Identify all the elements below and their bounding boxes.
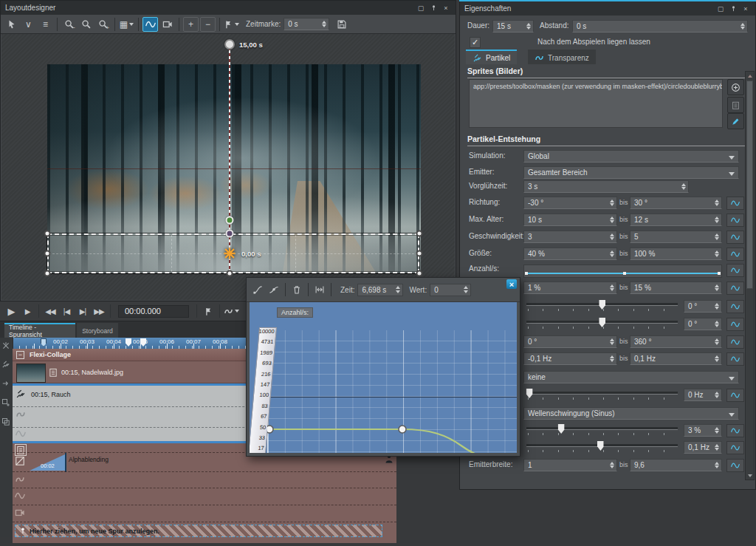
curve-mode-button[interactable] (142, 17, 158, 32)
max-alter-from-input[interactable]: 10 s (523, 214, 617, 226)
props-close-button[interactable]: × (740, 4, 751, 13)
remove-object-button[interactable]: − (200, 17, 216, 32)
geschwindigkeit-curve-button[interactable] (726, 231, 744, 244)
effect-lanes[interactable]: 00:02 Alphablending Hierher ziehen, um n… (13, 443, 396, 543)
tab-timeline-spuransicht[interactable]: Timeline - Spuransicht (4, 323, 75, 338)
zeit-input[interactable]: 6,698 s (357, 284, 403, 296)
geschwindigkeit-from-input[interactable]: 3 (523, 231, 617, 243)
next-frame-button[interactable]: ▶| (75, 304, 90, 318)
preview-canvas[interactable]: 15,00 s 0,00 s (1, 34, 455, 300)
richtung-to-input[interactable]: 30 ° (630, 197, 722, 209)
transition-icon[interactable] (48, 367, 58, 381)
lane-curve-icon[interactable] (15, 491, 25, 504)
properties-scrollbar[interactable] (745, 71, 755, 480)
tab-partikel[interactable]: Partikel (466, 50, 517, 64)
skip-forward-button[interactable]: ▶▶ (92, 304, 106, 318)
scroll-up-arrow[interactable] (746, 72, 753, 79)
geschwindigkeit-to-input[interactable]: 5 (630, 231, 722, 243)
wellen-freq-input[interactable]: 0,1 Hz (684, 441, 722, 454)
layoutdesigner-titlebar[interactable]: Layoutdesigner ▢ × (1, 1, 456, 15)
curve-canvas[interactable]: 100004731198969321614710083675033170 Anz… (250, 302, 517, 453)
groesse-curve-button[interactable] (726, 248, 744, 261)
props-float-button[interactable]: ▢ (715, 4, 726, 13)
winkel-curve-button[interactable] (726, 335, 744, 349)
curve-point-mid[interactable] (399, 426, 406, 433)
anzahl-from-input[interactable]: 1 % (523, 281, 617, 294)
mod-freq-curve-button[interactable] (726, 389, 744, 402)
zeitmarke-input[interactable]: 0 s (284, 18, 329, 30)
rotspeed-from-input[interactable]: -0,1 Hz (523, 352, 617, 365)
dauer-input[interactable]: 15 s (492, 20, 534, 33)
anzahl-curve-button[interactable] (726, 264, 744, 277)
zoom-in-button[interactable]: + (95, 17, 111, 32)
size-curve-icon[interactable] (16, 429, 26, 442)
rotation-end-curve-button[interactable] (726, 318, 744, 331)
rotation-end-input[interactable]: 0 ° (684, 318, 722, 330)
richtung-from-input[interactable]: -30 ° (523, 197, 617, 209)
handle-mid-left[interactable] (44, 250, 51, 257)
properties-titlebar[interactable]: Eigenschaften ▢ × (460, 1, 755, 16)
handle-bottom-right[interactable] (416, 270, 423, 277)
tab-transparenz[interactable]: Transparenz (528, 50, 596, 64)
sprite-list-item[interactable]: app://presets/toolbox/masken (zur verwen… (470, 80, 722, 93)
curve-keyframe-button[interactable] (267, 283, 281, 297)
sprite-list[interactable]: app://presets/toolbox/masken (zur verwen… (469, 79, 723, 128)
scroll-down-arrow[interactable] (746, 472, 753, 479)
fit-view-button[interactable] (312, 283, 327, 297)
handle-bottom-mid[interactable] (227, 270, 233, 277)
play-range-button[interactable]: ▶ (20, 304, 35, 318)
keyframe-flag-button[interactable] (224, 17, 239, 32)
richtung-curve-button[interactable] (726, 197, 744, 210)
transparency-curve-icon[interactable] (16, 409, 26, 423)
vorgluehzeit-input[interactable]: 3 s (523, 180, 689, 193)
rotation-start-slider[interactable] (526, 300, 678, 311)
ab-blend-icon[interactable] (15, 456, 25, 469)
pin-window-button[interactable] (428, 3, 439, 13)
anzahl-to-input[interactable]: 15 % (630, 281, 722, 294)
modus-dropdown[interactable]: keine (523, 371, 739, 383)
scrollbar-thumb[interactable] (746, 81, 753, 289)
abstand-input[interactable]: 0 s (572, 20, 748, 33)
collapse-group-button[interactable]: − (16, 351, 24, 359)
curve-tools-button[interactable] (224, 304, 239, 318)
winkel-from-input[interactable]: 0 ° (523, 335, 617, 348)
anzahl-range-curve-button[interactable] (726, 281, 744, 295)
emitterbreite-from-input[interactable]: 1 (523, 459, 617, 471)
select-tool-button[interactable] (4, 17, 19, 32)
lane-group-icon[interactable] (15, 444, 27, 456)
effects-icon[interactable] (1, 358, 11, 368)
emitterbreite-to-input[interactable]: 9,6 (630, 459, 722, 471)
max-alter-curve-button[interactable] (726, 214, 744, 227)
grid-button[interactable]: ▦ (119, 17, 134, 32)
green-keyframe-dot[interactable] (226, 216, 234, 225)
zeitmarke-spinner[interactable] (320, 19, 328, 29)
layer-tracks-icon[interactable] (1, 416, 11, 426)
add-track-icon[interactable] (1, 397, 11, 406)
rotation-end-slider[interactable] (526, 318, 678, 329)
edit-sprite-button[interactable] (727, 113, 744, 129)
play-button[interactable]: ▶ (4, 304, 18, 318)
float-window-button[interactable]: ▢ (416, 3, 426, 13)
add-object-button[interactable]: + (183, 17, 199, 32)
zoom-reset-button[interactable] (78, 17, 94, 32)
after-play-checkbox[interactable]: ✓ (470, 37, 481, 48)
wellen-freq-curve-button[interactable] (726, 441, 744, 454)
curve-point-start[interactable] (267, 426, 273, 433)
wellen-amp-curve-button[interactable] (726, 424, 744, 437)
save-button[interactable] (334, 17, 349, 32)
handle-mid-right[interactable] (416, 250, 423, 257)
max-alter-to-input[interactable]: 12 s (630, 214, 722, 226)
handle-bottom-left[interactable] (44, 270, 51, 277)
anzahl-curve[interactable] (267, 330, 517, 453)
razor-icon[interactable] (1, 340, 11, 349)
new-track-drop-zone[interactable]: Hierher ziehen, um neue Spur anzulegen. (15, 525, 382, 537)
anzahl-curve-preview[interactable] (523, 265, 722, 278)
expand-button[interactable]: ∨ (21, 17, 36, 32)
skip-back-button[interactable]: ◀◀ (43, 304, 58, 318)
mod-freq-slider[interactable] (526, 389, 678, 400)
rotspeed-to-input[interactable]: 0,1 Hz (630, 352, 722, 365)
sprite-list-button[interactable] (727, 97, 744, 113)
prev-frame-button[interactable]: |◀ (59, 304, 74, 318)
simulation-dropdown[interactable]: Global (523, 150, 739, 163)
groesse-from-input[interactable]: 40 % (523, 248, 617, 260)
